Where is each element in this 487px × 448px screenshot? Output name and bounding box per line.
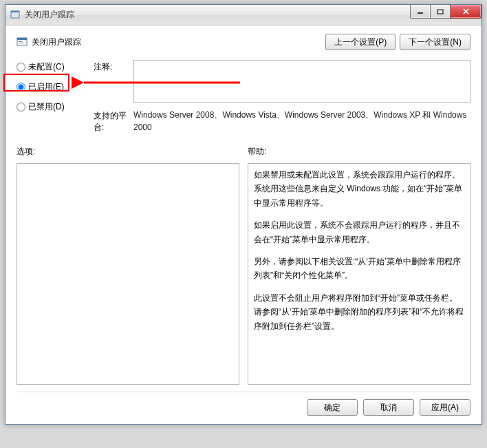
dialog-window: 关闭用户跟踪 bbox=[5, 4, 482, 425]
radio-not-configured[interactable]: 未配置(C) bbox=[17, 61, 94, 73]
page-title: 关闭用户跟踪 bbox=[32, 36, 81, 48]
radio-not-configured-label: 未配置(C) bbox=[28, 61, 65, 73]
titlebar[interactable]: 关闭用户跟踪 bbox=[6, 5, 481, 25]
maximize-button[interactable] bbox=[430, 5, 451, 19]
supported-platforms: Windows Server 2008、Windows Vista、Window… bbox=[133, 109, 470, 134]
help-paragraph: 另外，请参阅以下相关设置:“从‘开始’菜单中删除常用程序列表”和“关闭个性化菜单… bbox=[254, 255, 464, 283]
policy-icon bbox=[17, 36, 28, 47]
supported-label: 支持的平台: bbox=[94, 109, 133, 134]
help-text: 如果禁用或未配置此设置，系统会跟踪用户运行的程序。系统用这些信息来自定义 Win… bbox=[248, 164, 470, 345]
help-paragraph: 如果禁用或未配置此设置，系统会跟踪用户运行的程序。系统用这些信息来自定义 Win… bbox=[254, 168, 464, 210]
svg-rect-2 bbox=[418, 12, 423, 14]
svg-rect-5 bbox=[17, 38, 27, 40]
window-title: 关闭用户跟踪 bbox=[25, 9, 74, 21]
help-label: 帮助: bbox=[248, 146, 470, 158]
help-panel[interactable]: 如果禁用或未配置此设置，系统会跟踪用户运行的程序。系统用这些信息来自定义 Win… bbox=[248, 163, 470, 385]
app-icon bbox=[10, 10, 21, 21]
cancel-button[interactable]: 取消 bbox=[363, 399, 414, 416]
radio-enabled-label: 已启用(E) bbox=[28, 81, 64, 93]
radio-not-configured-input[interactable] bbox=[17, 63, 25, 72]
state-radio-group: 未配置(C) 已启用(E) 已禁用(D) bbox=[17, 60, 94, 113]
radio-disabled-label: 已禁用(D) bbox=[28, 101, 65, 113]
options-panel[interactable] bbox=[17, 163, 239, 385]
comment-label: 注释: bbox=[94, 60, 133, 73]
close-button[interactable] bbox=[450, 5, 481, 19]
radio-enabled-input[interactable] bbox=[17, 83, 25, 92]
panels-row: 选项: 帮助: 如果禁用或未配置此设置，系统会跟踪用户运行的程序。系统用这些信息… bbox=[17, 146, 470, 385]
radio-disabled-input[interactable] bbox=[17, 103, 25, 111]
svg-rect-6 bbox=[19, 41, 23, 42]
radio-disabled[interactable]: 已禁用(D) bbox=[17, 101, 94, 113]
svg-rect-7 bbox=[19, 43, 24, 43]
ok-button[interactable]: 确定 bbox=[307, 399, 358, 416]
window-controls bbox=[411, 5, 481, 19]
minimize-button[interactable] bbox=[410, 5, 431, 19]
next-setting-button[interactable]: 下一个设置(N) bbox=[400, 34, 470, 50]
apply-button[interactable]: 应用(A) bbox=[420, 399, 470, 416]
comment-textarea[interactable] bbox=[133, 60, 470, 103]
svg-rect-1 bbox=[11, 11, 19, 12]
header-row: 关闭用户跟踪 上一个设置(P) 下一个设置(N) bbox=[17, 34, 470, 50]
help-paragraph: 如果启用此设置，系统不会跟踪用户运行的程序，并且不会在“开始”菜单中显示常用程序… bbox=[254, 218, 464, 246]
dialog-footer: 确定 取消 应用(A) bbox=[17, 392, 470, 418]
options-label: 选项: bbox=[17, 146, 239, 158]
radio-enabled[interactable]: 已启用(E) bbox=[17, 81, 94, 93]
content-area: 关闭用户跟踪 上一个设置(P) 下一个设置(N) 未配置(C) 已启用(E) bbox=[6, 25, 481, 424]
svg-rect-3 bbox=[437, 10, 443, 14]
previous-setting-button[interactable]: 上一个设置(P) bbox=[325, 34, 396, 50]
help-paragraph: 此设置不会阻止用户将程序附加到“开始”菜单或任务栏。请参阅“从‘开始’菜单中删除… bbox=[254, 291, 464, 333]
